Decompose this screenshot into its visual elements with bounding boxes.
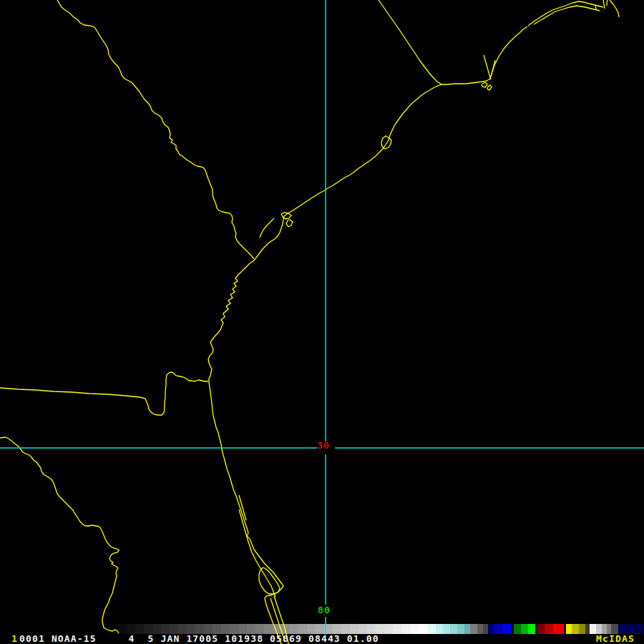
coast-atlantic-main: [208, 26, 527, 644]
mcidas-display-window: 30 80 1 0001 NOAA-15 4 5 JAN 17005 10193…: [0, 0, 644, 644]
mcidas-brand-label: McIDAS: [596, 633, 635, 644]
cape-fear-barrier: [491, 60, 495, 77]
cape-fear-island-1: [482, 82, 487, 87]
charleston-island-1: [281, 213, 291, 219]
topright-tick: [595, 6, 596, 9]
cape-romain-loop: [381, 136, 391, 149]
charleston-lagoon: [260, 218, 274, 238]
longitude-label-80: 80: [318, 605, 331, 615]
border-nc-sc: [379, 0, 441, 84]
topright-coast-outer: [528, 1, 603, 26]
cape-fear-river: [484, 55, 491, 79]
border-fl-ga: [0, 372, 208, 415]
map-canvas[interactable]: [0, 0, 644, 644]
latitude-label-30: 30: [317, 440, 330, 451]
frame-number: 1: [11, 633, 18, 644]
topright-spit-2: [607, 0, 608, 6]
cape-fear-island-2: [487, 85, 492, 90]
image-info-text: 0001 NOAA-15 4 5 JAN 17005 101938 05869 …: [19, 633, 379, 644]
coast-gulf: [0, 437, 119, 633]
charleston-island-2: [286, 220, 293, 227]
topright-corner: [610, 0, 619, 17]
border-savannah-river: [57, 0, 254, 259]
topright-spit-1: [603, 0, 605, 9]
